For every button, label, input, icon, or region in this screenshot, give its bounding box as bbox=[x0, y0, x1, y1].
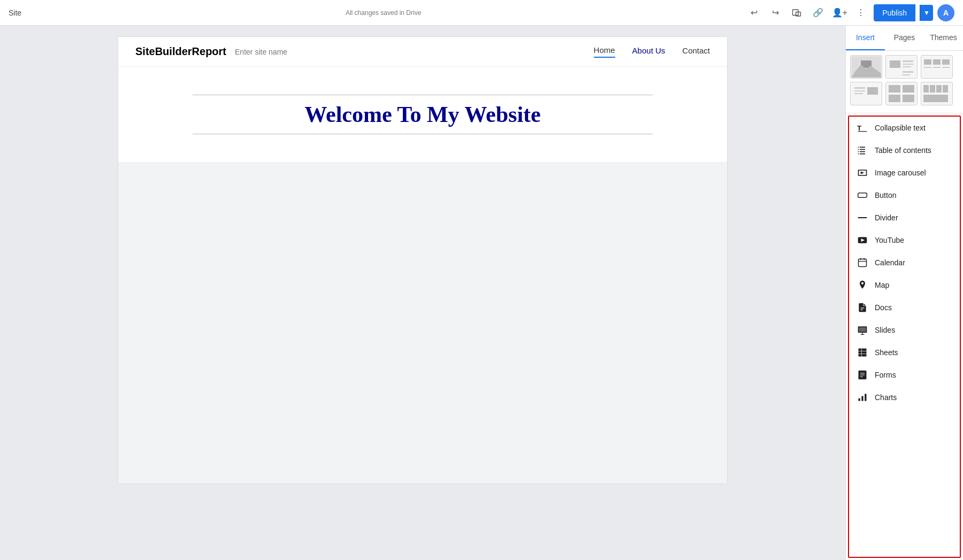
image-carousel-label: Image carousel bbox=[875, 168, 926, 177]
site-logo: SiteBuilderReport bbox=[135, 45, 226, 58]
svg-rect-15 bbox=[942, 59, 950, 65]
image-carousel-icon bbox=[857, 167, 868, 179]
svg-rect-38 bbox=[860, 147, 865, 148]
insert-item-youtube[interactable]: YouTube bbox=[849, 229, 960, 251]
preview-button[interactable] bbox=[788, 4, 805, 21]
svg-rect-71 bbox=[861, 396, 863, 401]
svg-rect-16 bbox=[924, 67, 931, 68]
layout-row-1 bbox=[850, 55, 959, 79]
layout-thumb-6[interactable] bbox=[921, 82, 953, 105]
docs-label: Docs bbox=[875, 303, 892, 312]
more-button[interactable]: ⋮ bbox=[852, 4, 869, 21]
svg-rect-72 bbox=[865, 394, 866, 401]
site-label: Site bbox=[9, 9, 21, 17]
hero-title[interactable]: Welcome To My Website bbox=[135, 102, 710, 127]
layout-thumb-4[interactable] bbox=[850, 82, 882, 105]
svg-rect-32 bbox=[936, 85, 942, 93]
forms-icon bbox=[857, 369, 868, 381]
button-label: Button bbox=[875, 191, 896, 200]
canvas-area[interactable]: SiteBuilderReport Home About Us Contact … bbox=[0, 26, 845, 560]
svg-rect-30 bbox=[923, 85, 929, 93]
publish-arrow-button[interactable]: ▼ bbox=[920, 5, 933, 21]
insert-list: T Collapsible text Table of contents Ima… bbox=[848, 116, 961, 558]
undo-button[interactable]: ↩ bbox=[745, 4, 762, 21]
collapsible-text-icon: T bbox=[857, 122, 868, 134]
layout-thumb-1[interactable] bbox=[850, 55, 882, 79]
tab-pages[interactable]: Pages bbox=[885, 26, 924, 50]
nav-home[interactable]: Home bbox=[594, 45, 615, 58]
svg-rect-21 bbox=[854, 90, 865, 91]
nav-links: Home About Us Contact bbox=[594, 45, 710, 58]
svg-rect-13 bbox=[924, 59, 931, 65]
layout-thumb-3[interactable] bbox=[921, 55, 953, 79]
insert-item-image-carousel[interactable]: Image carousel bbox=[849, 162, 960, 184]
layout-thumb-5[interactable] bbox=[885, 82, 918, 105]
youtube-label: YouTube bbox=[875, 236, 904, 244]
insert-item-forms[interactable]: Forms bbox=[849, 364, 960, 386]
youtube-icon bbox=[857, 234, 868, 246]
svg-rect-23 bbox=[867, 87, 878, 95]
svg-rect-26 bbox=[903, 85, 914, 93]
button-icon bbox=[857, 189, 868, 201]
insert-item-sheets[interactable]: Sheets bbox=[849, 341, 960, 364]
svg-rect-52 bbox=[859, 259, 867, 266]
svg-rect-44 bbox=[860, 154, 865, 155]
svg-rect-20 bbox=[854, 87, 865, 89]
tab-themes[interactable]: Themes bbox=[924, 26, 963, 50]
site-nav: SiteBuilderReport Home About Us Contact bbox=[118, 37, 727, 67]
svg-rect-70 bbox=[859, 398, 860, 401]
sheets-label: Sheets bbox=[875, 348, 898, 357]
nav-about[interactable]: About Us bbox=[632, 46, 666, 57]
layout-row-2 bbox=[850, 82, 959, 105]
svg-rect-0 bbox=[793, 10, 799, 16]
insert-item-map[interactable]: Map bbox=[849, 274, 960, 296]
svg-rect-37 bbox=[858, 147, 859, 148]
panel-tabs: Insert Pages Themes bbox=[846, 26, 963, 51]
publish-button[interactable]: Publish bbox=[874, 4, 915, 21]
add-user-button[interactable]: 👤+ bbox=[831, 4, 848, 21]
layout-section bbox=[846, 51, 963, 113]
insert-item-divider[interactable]: Divider bbox=[849, 206, 960, 229]
svg-rect-33 bbox=[943, 85, 948, 93]
layout-thumb-2[interactable] bbox=[885, 55, 918, 79]
svg-rect-6 bbox=[890, 60, 900, 68]
redo-button[interactable]: ↪ bbox=[767, 4, 784, 21]
svg-rect-9 bbox=[903, 66, 911, 67]
svg-rect-62 bbox=[859, 349, 867, 357]
svg-rect-27 bbox=[889, 95, 900, 102]
site-name-input[interactable] bbox=[235, 48, 328, 56]
toolbar-center: All changes saved in Drive bbox=[28, 9, 739, 17]
svg-rect-40 bbox=[860, 149, 865, 150]
svg-rect-39 bbox=[858, 149, 859, 150]
insert-item-charts[interactable]: Charts bbox=[849, 386, 960, 409]
insert-item-slides[interactable]: Slides bbox=[849, 319, 960, 341]
nav-contact[interactable]: Contact bbox=[682, 46, 710, 57]
forms-label: Forms bbox=[875, 371, 896, 379]
svg-rect-17 bbox=[933, 67, 941, 68]
insert-item-docs[interactable]: Docs bbox=[849, 296, 960, 319]
svg-rect-31 bbox=[930, 85, 935, 93]
svg-rect-18 bbox=[942, 67, 950, 68]
svg-rect-11 bbox=[903, 74, 910, 75]
svg-rect-41 bbox=[858, 151, 859, 152]
sheets-icon bbox=[857, 347, 868, 358]
svg-rect-34 bbox=[923, 95, 948, 102]
svg-rect-43 bbox=[858, 154, 859, 155]
tab-insert[interactable]: Insert bbox=[846, 26, 885, 50]
table-of-contents-label: Table of contents bbox=[875, 146, 931, 155]
insert-item-button[interactable]: Button bbox=[849, 184, 960, 206]
toolbar-left: Site bbox=[9, 9, 21, 17]
slides-icon bbox=[857, 324, 868, 336]
divider-icon bbox=[857, 212, 868, 224]
svg-rect-8 bbox=[903, 64, 913, 65]
hero-divider-top bbox=[193, 95, 652, 95]
content-area[interactable] bbox=[118, 163, 727, 484]
right-panel: Insert Pages Themes bbox=[845, 26, 963, 560]
divider-label: Divider bbox=[875, 213, 898, 222]
link-button[interactable]: 🔗 bbox=[809, 4, 827, 21]
insert-item-collapsible-text[interactable]: T Collapsible text bbox=[849, 117, 960, 139]
saved-status: All changes saved in Drive bbox=[346, 9, 421, 17]
avatar[interactable]: A bbox=[937, 4, 954, 21]
insert-item-calendar[interactable]: Calendar bbox=[849, 251, 960, 274]
insert-item-table-of-contents[interactable]: Table of contents bbox=[849, 139, 960, 162]
